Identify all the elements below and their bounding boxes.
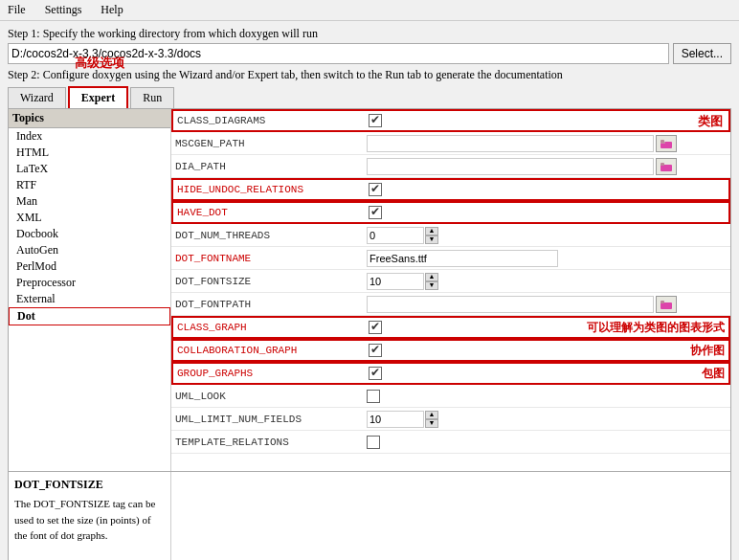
spin-down-fontsize[interactable]: ▼: [425, 281, 438, 290]
spin-up-uml-limit[interactable]: ▲: [425, 411, 438, 419]
step2-label: 高级选项 Step 2: Configure doxygen using the…: [8, 68, 731, 82]
input-dot-fontname[interactable]: [367, 250, 558, 267]
spinbox-dot-fontsize[interactable]: [367, 273, 424, 290]
checkbox-hide-undoc[interactable]: [369, 183, 382, 196]
label-dia-path: DIA_PATH: [175, 161, 367, 172]
topic-latex[interactable]: LaTeX: [9, 161, 170, 177]
right-panel-wrapper: CLASS_DIAGRAMS 类图 MSCGEN_PATH: [171, 109, 730, 471]
checkbox-have-dot[interactable]: [369, 206, 382, 219]
value-dot-num-threads: ▲ ▼: [367, 227, 727, 244]
checkbox-class-diagrams[interactable]: [369, 114, 382, 127]
row-class-diagrams: CLASS_DIAGRAMS 类图: [171, 109, 730, 132]
spin-arrows-uml-limit: ▲ ▼: [425, 411, 438, 428]
spin-arrows-dot-num: ▲ ▼: [425, 227, 438, 244]
row-template-relations: TEMPLATE_RELATIONS: [171, 431, 730, 454]
row-dot-num-threads: DOT_NUM_THREADS ▲ ▼: [171, 224, 730, 247]
svg-rect-4: [661, 163, 664, 166]
menu-help[interactable]: Help: [97, 2, 126, 18]
value-group-graphs: [369, 367, 725, 380]
checkbox-class-graph[interactable]: [369, 321, 382, 334]
label-uml-look: UML_LOOK: [175, 391, 367, 402]
select-button[interactable]: Select...: [673, 43, 731, 64]
topic-autogen[interactable]: AutoGen: [9, 242, 170, 258]
label-class-graph: CLASS_GRAPH: [177, 322, 369, 333]
topic-external[interactable]: External: [9, 291, 170, 307]
tab-run[interactable]: Run: [130, 87, 174, 108]
label-collab-graph: COLLABORATION_GRAPH: [177, 345, 369, 356]
label-dot-num-threads: DOT_NUM_THREADS: [175, 230, 367, 241]
row-hide-undoc: HIDE_UNDOC_RELATIONS: [171, 178, 730, 201]
label-group-graphs: GROUP_GRAPHS: [177, 368, 369, 379]
folder-btn-fontpath[interactable]: [656, 296, 677, 313]
svg-rect-3: [661, 165, 672, 171]
value-have-dot: [369, 206, 725, 219]
highlight-annotation: 高级选项: [75, 55, 124, 72]
topic-html[interactable]: HTML: [9, 145, 170, 161]
tab-expert[interactable]: Expert: [68, 86, 128, 108]
menubar: File Settings Help: [0, 0, 739, 21]
ann-collab-graph: 协作图: [690, 343, 725, 359]
value-dia-path: [367, 158, 727, 175]
topic-docbook[interactable]: Docbook: [9, 226, 170, 242]
label-mscgen-path: MSCGEN_PATH: [175, 138, 367, 149]
bottom-area: DOT_FONTSIZE The DOT_FONTSIZE tag can be…: [8, 472, 731, 560]
code-dot-fontsize: DOT_FONTSIZE: [34, 498, 110, 509]
row-class-graph: CLASS_GRAPH 可以理解为类图的图表形式: [171, 316, 730, 339]
topic-rtf[interactable]: RTF: [9, 177, 170, 193]
value-uml-limit: ▲ ▼: [367, 411, 727, 428]
label-dot-fontname: DOT_FONTNAME: [175, 253, 367, 264]
tab-wizard[interactable]: Wizard: [8, 87, 66, 108]
input-dot-fontpath[interactable]: [367, 296, 654, 313]
checkbox-group-graphs[interactable]: [369, 367, 382, 380]
value-dot-fontname: [367, 250, 727, 267]
topic-perlmod[interactable]: PerlMod: [9, 258, 170, 275]
ann-group-graphs: 包图: [702, 366, 725, 382]
topic-index[interactable]: Index: [9, 128, 170, 145]
tabs-row: Wizard Expert Run: [8, 86, 731, 108]
topics-header: Topics: [9, 109, 170, 128]
desc-body: The DOT_FONTSIZE tag can be used to set …: [14, 496, 165, 560]
checkbox-collab-graph[interactable]: [369, 344, 382, 357]
row-have-dot: HAVE_DOT: [171, 201, 730, 224]
input-mscgen-path[interactable]: [367, 135, 654, 152]
desc-right: [171, 472, 730, 560]
topic-xml[interactable]: XML: [9, 210, 170, 226]
row-group-graphs: GROUP_GRAPHS 包图: [171, 362, 730, 385]
label-have-dot: HAVE_DOT: [177, 207, 369, 218]
spinbox-dot-num-threads[interactable]: [367, 227, 424, 244]
desc-title: DOT_FONTSIZE: [14, 478, 165, 492]
row-dot-fontsize: DOT_FONTSIZE ▲ ▼: [171, 270, 730, 293]
desc-panel: DOT_FONTSIZE The DOT_FONTSIZE tag can be…: [9, 472, 171, 560]
ann-class-diagrams: 类图: [698, 113, 723, 130]
left-panel: Topics Index HTML LaTeX RTF Man XML Docb…: [9, 109, 171, 471]
row-collab-graph: COLLABORATION_GRAPH 协作图: [171, 339, 730, 362]
svg-rect-5: [661, 302, 672, 309]
spin-up-dot-num[interactable]: ▲: [425, 227, 438, 235]
spin-arrows-fontsize: ▲ ▼: [425, 273, 438, 290]
value-mscgen-path: [367, 135, 727, 152]
value-collab-graph: [369, 344, 725, 357]
topic-dot[interactable]: Dot: [9, 307, 170, 325]
spin-down-dot-num[interactable]: ▼: [425, 235, 438, 244]
topic-preprocessor[interactable]: Preprocessor: [9, 275, 170, 291]
menu-file[interactable]: File: [4, 2, 30, 18]
folder-btn-mscgen[interactable]: [656, 135, 677, 152]
value-template-relations: [367, 436, 727, 449]
panels-area: Topics Index HTML LaTeX RTF Man XML Docb…: [8, 108, 731, 472]
svg-rect-2: [661, 140, 664, 143]
row-uml-limit: UML_LIMIT_NUM_FIELDS ▲ ▼: [171, 408, 730, 431]
svg-rect-6: [661, 301, 664, 303]
spin-up-fontsize[interactable]: ▲: [425, 273, 438, 281]
topic-man[interactable]: Man: [9, 193, 170, 210]
folder-btn-dia[interactable]: [656, 158, 677, 175]
row-dia-path: DIA_PATH: [171, 155, 730, 178]
menu-settings[interactable]: Settings: [41, 2, 86, 18]
checkbox-uml-look[interactable]: [367, 390, 380, 403]
checkbox-template-relations[interactable]: [367, 436, 380, 449]
spin-down-uml-limit[interactable]: ▼: [425, 419, 438, 428]
main-content: Step 1: Specify the working directory fr…: [0, 21, 739, 560]
label-dot-fontpath: DOT_FONTPATH: [175, 299, 367, 310]
spinbox-uml-limit[interactable]: [367, 411, 424, 428]
value-hide-undoc: [369, 183, 725, 196]
input-dia-path[interactable]: [367, 158, 654, 175]
